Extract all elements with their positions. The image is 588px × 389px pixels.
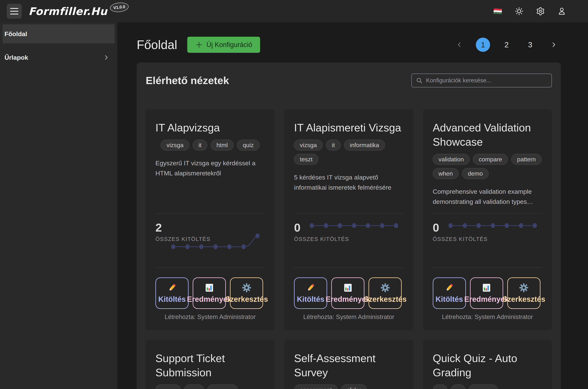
pencil-icon bbox=[444, 283, 454, 292]
action-label: Szerkesztés bbox=[364, 295, 407, 303]
tag-pill: vizsga bbox=[161, 140, 189, 151]
action-label: Szerkesztés bbox=[225, 295, 268, 303]
action-button-gear[interactable]: Szerkesztés bbox=[507, 277, 540, 309]
card-title: Support Ticket Submission bbox=[155, 351, 265, 380]
action-button-bar-chart[interactable]: Eredmények bbox=[193, 277, 226, 309]
sidebar-item-label: Főoldal bbox=[4, 30, 27, 38]
action-label: Szerkesztés bbox=[502, 295, 545, 303]
tag-pill: demo bbox=[462, 168, 489, 179]
bar-chart-icon bbox=[482, 283, 491, 293]
tag-pill: vizsga bbox=[294, 140, 323, 151]
card-tags: assessmentslidercomputed bbox=[294, 385, 403, 389]
bar-chart-icon bbox=[204, 283, 214, 293]
tag-pill bbox=[184, 385, 204, 389]
card-tags bbox=[155, 385, 265, 389]
bar-chart-icon bbox=[343, 283, 353, 293]
action-button-pencil[interactable]: Kitöltés bbox=[433, 277, 466, 309]
tag-pill: informatika bbox=[344, 140, 385, 151]
sparkline-chart bbox=[448, 214, 538, 251]
gear-icon bbox=[536, 7, 545, 16]
action-label: Eredmények bbox=[464, 295, 509, 303]
sidebar-item-fooldal[interactable]: Főoldal bbox=[3, 24, 115, 43]
page-title: Főoldal bbox=[137, 38, 177, 52]
card-stats: 2 ÖSSZES KITÖLTÉS bbox=[155, 214, 265, 267]
pagination-next-button[interactable] bbox=[547, 38, 561, 52]
pagination-page-3[interactable]: 3 bbox=[523, 38, 537, 52]
divider bbox=[433, 267, 542, 268]
gear-action-icon bbox=[519, 283, 529, 292]
gear-action-icon bbox=[380, 283, 390, 292]
config-card: IT Alapismereti Vizsga vizsgaitinformati… bbox=[284, 109, 413, 330]
chevron-right-icon bbox=[103, 54, 109, 61]
new-config-button[interactable]: Új Konfiguráció bbox=[187, 37, 260, 53]
menu-hamburger-button[interactable] bbox=[7, 4, 22, 19]
pencil-icon bbox=[306, 283, 316, 292]
gear-icon bbox=[519, 283, 529, 293]
search-box bbox=[411, 74, 552, 87]
pagination-page-1[interactable]: 1 bbox=[476, 38, 490, 52]
topbar-actions bbox=[492, 6, 567, 16]
action-button-gear[interactable]: Szerkesztés bbox=[230, 277, 263, 309]
sun-icon bbox=[515, 7, 523, 16]
action-button-bar-chart[interactable]: Eredmények bbox=[470, 277, 503, 309]
search-icon bbox=[416, 77, 423, 84]
action-button-pencil[interactable]: Kitöltés bbox=[294, 277, 327, 309]
config-card: Self-Assessment Survey assessmentsliderc… bbox=[284, 340, 413, 389]
card-tags: validationcomparepatternwhendemo bbox=[433, 154, 542, 179]
action-button-gear[interactable]: Szerkesztés bbox=[368, 277, 402, 309]
tag-pill: when bbox=[433, 168, 459, 179]
creator-label: Létrehozta: System Administrator bbox=[155, 313, 265, 321]
card-tags bbox=[433, 385, 542, 389]
tag-pill: compare bbox=[473, 154, 508, 165]
card-title: Quick Quiz - Auto Grading bbox=[433, 351, 542, 380]
chevron-right-icon bbox=[550, 41, 557, 48]
action-button-pencil[interactable]: Kitöltés bbox=[155, 277, 189, 309]
available-views-panel: Elérhető nézetek IT Alapvizsga vizsgaith… bbox=[137, 63, 561, 389]
gear-action-icon bbox=[242, 283, 252, 292]
gear-icon bbox=[380, 283, 390, 293]
action-label: Kitöltés bbox=[436, 295, 463, 303]
action-label: Eredmények bbox=[326, 295, 370, 303]
action-label: Eredmények bbox=[187, 295, 232, 303]
panel-header: Elérhető nézetek bbox=[146, 73, 552, 88]
sidebar: Főoldal Űrlapok bbox=[0, 23, 117, 389]
action-label: Kitöltés bbox=[297, 295, 324, 303]
app-logo: Formfiller.Hu bbox=[29, 5, 107, 17]
user-icon bbox=[558, 7, 566, 15]
card-description: Comprehensive validation example demonst… bbox=[433, 187, 542, 207]
sidebar-item-urlapok[interactable]: Űrlapok bbox=[3, 48, 115, 67]
pencil-icon bbox=[167, 283, 177, 293]
search-input[interactable] bbox=[426, 77, 547, 84]
new-config-label: Új Konfiguráció bbox=[206, 41, 252, 49]
tag-pill: assessment bbox=[294, 385, 338, 389]
config-card: Advanced Validation Showcase validationc… bbox=[423, 109, 552, 330]
hungarian-flag-icon bbox=[493, 7, 503, 15]
pagination-page-2[interactable]: 2 bbox=[499, 38, 514, 52]
divider bbox=[294, 267, 403, 268]
main-content: Főoldal Új Konfiguráció 1 2 3 Elérhető n… bbox=[117, 23, 588, 389]
theme-toggle-button[interactable] bbox=[514, 6, 524, 16]
action-button-bar-chart[interactable]: Eredmények bbox=[331, 277, 364, 309]
tag-pill bbox=[451, 385, 465, 389]
pagination: 1 2 3 bbox=[452, 38, 561, 52]
tag-pill: html bbox=[211, 140, 233, 151]
divider bbox=[155, 267, 265, 268]
card-description: Egyszerű IT vizsga egy kérdéssel a HTML … bbox=[155, 158, 265, 178]
action-label: Kitöltés bbox=[158, 295, 186, 303]
card-title: IT Alapismereti Vizsga bbox=[294, 121, 403, 135]
chevron-left-icon bbox=[456, 41, 463, 48]
language-flag-button[interactable] bbox=[492, 6, 503, 16]
version-badge: V1.0.0 bbox=[110, 2, 129, 13]
tag-pill bbox=[155, 385, 181, 389]
card-description: 5 kérdéses IT vizsga alapvető informatik… bbox=[294, 172, 403, 193]
bar-chart-icon bbox=[343, 283, 353, 292]
tag-pill bbox=[469, 385, 498, 389]
tag-pill: it bbox=[193, 140, 207, 151]
plus-icon bbox=[195, 41, 203, 49]
tag-pill: it bbox=[326, 140, 341, 151]
user-account-button[interactable] bbox=[556, 6, 567, 16]
settings-button[interactable] bbox=[535, 6, 546, 16]
pagination-prev-button[interactable] bbox=[452, 38, 466, 52]
topbar: Formfiller.Hu V1.0.0 bbox=[0, 0, 588, 23]
bar-chart-icon bbox=[482, 283, 491, 292]
